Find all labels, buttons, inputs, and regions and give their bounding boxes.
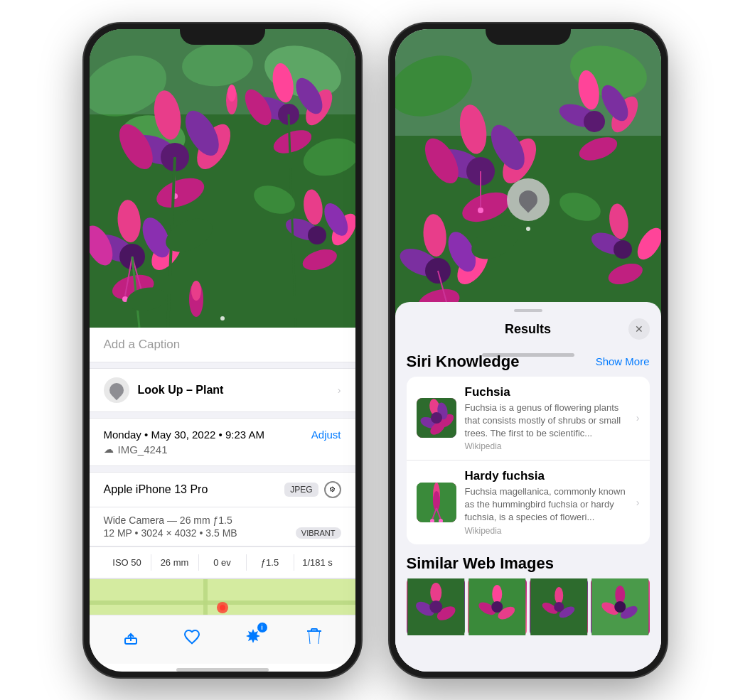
exif-focal: 26 mm: [151, 554, 199, 571]
hardy-fuchsia-source: Wikipedia: [465, 526, 628, 536]
svg-point-114: [491, 601, 503, 613]
lookup-row[interactable]: Look Up – Plant ›: [90, 368, 355, 412]
lookup-label: Look Up – Plant: [138, 384, 224, 397]
format-badge: JPEG: [284, 483, 318, 497]
exif-row: ISO 50 26 mm 0 ev ƒ1.5 1/181 s: [90, 546, 355, 578]
exif-iso: ISO 50: [104, 554, 151, 571]
bottom-toolbar: i: [90, 615, 355, 664]
device-name: Apple iPhone 13 Pro: [104, 483, 208, 496]
svg-point-97: [431, 412, 442, 424]
date-section: Monday • May 30, 2022 • 9:23 AM Adjust ☁…: [90, 418, 355, 466]
info-badge-label: i: [261, 624, 263, 631]
lookup-subject: Plant: [193, 384, 224, 396]
share-button[interactable]: [118, 624, 144, 650]
info-button[interactable]: i: [240, 624, 266, 650]
lookup-bold-label: Look Up –: [138, 384, 193, 396]
style-badge: VIBRANT: [296, 527, 341, 539]
similar-image-3[interactable]: [530, 578, 589, 635]
svg-point-116: [555, 587, 563, 604]
siri-leaf-icon: [515, 186, 541, 212]
lookup-chevron-icon: ›: [338, 384, 341, 396]
knowledge-item-fuchsia[interactable]: Fuchsia Fuchsia is a genus of flowering …: [407, 377, 650, 461]
svg-point-119: [554, 602, 564, 612]
siri-lookup-button[interactable]: [507, 178, 550, 221]
right-phone-screen: Results ✕ Siri Knowledge Show More: [395, 29, 661, 672]
date-text: Monday • May 30, 2022 • 9:23 AM: [104, 429, 264, 441]
camera-resolution-row: 12 MP • 3024 × 4032 • 3.5 MB VIBRANT: [104, 527, 341, 539]
device-row: Apple iPhone 13 Pro JPEG ⚙: [90, 473, 355, 507]
similar-images-row: [407, 578, 650, 635]
filename-row: ☁ IMG_4241: [104, 443, 341, 456]
device-badges: JPEG ⚙: [284, 481, 341, 498]
info-badge-dot: i: [257, 623, 267, 632]
fuchsia-description: Fuchsia is a genus of flowering plants t…: [465, 402, 628, 441]
right-home-indicator: [482, 353, 574, 357]
lookup-leaf-icon: [104, 377, 129, 403]
svg-point-111: [492, 585, 502, 603]
svg-point-106: [430, 583, 441, 603]
sheet-handle: [514, 309, 542, 312]
svg-point-54: [220, 605, 225, 610]
svg-point-41: [227, 85, 236, 102]
sheet-close-button[interactable]: ✕: [628, 318, 650, 340]
similar-web-section: Similar Web Images: [407, 554, 650, 635]
siri-indicator-dot: [526, 227, 530, 231]
knowledge-item-hardy-fuchsia[interactable]: Hardy fuchsia Fuchsia magellanica, commo…: [407, 461, 650, 544]
map-preview[interactable]: [90, 579, 355, 615]
svg-rect-52: [203, 579, 208, 615]
svg-point-43: [191, 281, 201, 301]
photo-details-content: Add a Caption Look Up – Plant › Monday •…: [90, 328, 355, 615]
similar-image-1[interactable]: [407, 578, 466, 635]
hardy-fuchsia-info: Hardy fuchsia Fuchsia magellanica, commo…: [465, 469, 628, 536]
adjust-button[interactable]: Adjust: [311, 429, 341, 441]
settings-icon: ⚙: [324, 481, 341, 498]
camera-lens: Wide Camera — 26 mm ƒ1.5: [104, 515, 341, 526]
photo-image[interactable]: [90, 29, 355, 328]
delete-button[interactable]: [301, 624, 327, 650]
filename-text: IMG_4241: [118, 443, 168, 456]
svg-point-69: [478, 208, 483, 213]
camera-resolution: 12 MP • 3024 × 4032 • 3.5 MB: [104, 527, 237, 539]
svg-point-100: [433, 491, 440, 511]
hardy-fuchsia-chevron-icon: ›: [636, 497, 640, 508]
fuchsia-name: Fuchsia: [465, 385, 628, 399]
fuchsia-source: Wikipedia: [465, 441, 628, 451]
exif-ev: 0 ev: [199, 554, 247, 571]
similar-image-4[interactable]: [591, 578, 650, 635]
exif-aperture: ƒ1.5: [247, 554, 294, 571]
sheet-content: Siri Knowledge Show More: [395, 344, 661, 672]
svg-point-109: [429, 601, 442, 613]
svg-point-39: [308, 226, 326, 244]
device-section: Apple iPhone 13 Pro JPEG ⚙ Wide Camera —…: [90, 472, 355, 579]
leaf-icon: [106, 379, 126, 399]
similar-image-2[interactable]: [468, 578, 527, 635]
similar-web-title: Similar Web Images: [407, 554, 650, 573]
page-indicator: [220, 316, 225, 321]
fuchsia-thumbnail: [417, 398, 456, 438]
cloud-icon: ☁: [104, 443, 114, 455]
svg-point-75: [584, 111, 605, 132]
results-sheet: Results ✕ Siri Knowledge Show More: [395, 302, 661, 672]
svg-point-88: [614, 240, 632, 259]
home-indicator: [176, 668, 269, 672]
caption-placeholder: Add a Caption: [104, 338, 181, 351]
show-more-button[interactable]: Show More: [596, 355, 650, 367]
fuchsia-chevron-icon: ›: [636, 412, 640, 424]
knowledge-card: Fuchsia Fuchsia is a genus of flowering …: [407, 377, 650, 544]
left-phone: Add a Caption Look Up – Plant › Monday •…: [84, 23, 361, 677]
camera-specs: Wide Camera — 26 mm ƒ1.5 12 MP • 3024 × …: [90, 507, 355, 546]
svg-point-124: [614, 601, 626, 613]
right-photo-image[interactable]: [395, 29, 661, 349]
left-phone-screen: Add a Caption Look Up – Plant › Monday •…: [90, 29, 355, 672]
close-label: ✕: [635, 323, 643, 335]
right-phone: Results ✕ Siri Knowledge Show More: [390, 23, 667, 677]
hardy-fuchsia-name: Hardy fuchsia: [465, 469, 628, 483]
favorite-button[interactable]: [179, 624, 205, 650]
sheet-header: Results ✕: [395, 316, 661, 344]
sheet-title: Results: [505, 322, 551, 337]
hardy-fuchsia-thumbnail: [417, 483, 456, 522]
caption-field[interactable]: Add a Caption: [90, 328, 355, 362]
date-row: Monday • May 30, 2022 • 9:23 AM Adjust: [104, 429, 341, 441]
fuchsia-info: Fuchsia Fuchsia is a genus of flowering …: [465, 385, 628, 452]
hardy-fuchsia-description: Fuchsia magellanica, commonly known as t…: [465, 485, 628, 524]
